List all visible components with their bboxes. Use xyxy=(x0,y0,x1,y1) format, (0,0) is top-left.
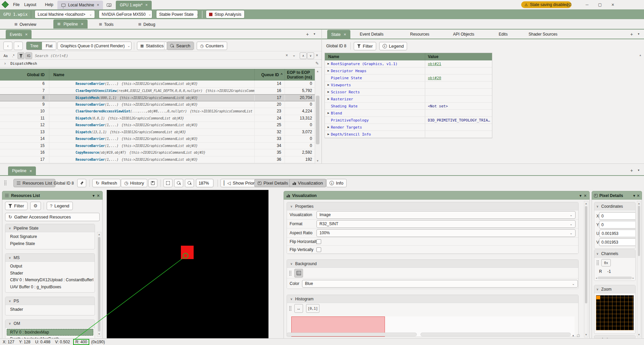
toolbar-grip[interactable] xyxy=(4,180,6,186)
tab-gpu-wpix[interactable]: GPU 1.wpix* × xyxy=(116,1,152,9)
coordinate-input[interactable] xyxy=(599,238,636,246)
tab-events[interactable]: Events × xyxy=(6,30,32,39)
property-dropdown[interactable]: Image⌄ xyxy=(316,211,576,219)
add-tab-icon[interactable]: + xyxy=(630,168,633,173)
find-prev-icon[interactable]: ∧ xyxy=(300,52,307,59)
state-row[interactable]: PrimitiveTopologyD3D_PRIMITIVE_TOPOLOGY_… xyxy=(325,117,492,124)
expand-icon[interactable]: ▶ xyxy=(325,62,331,65)
close-tab-icon[interactable]: × xyxy=(344,32,346,37)
hscrollbar-left[interactable] xyxy=(287,333,417,336)
scroll-down-icon[interactable]: ▼ xyxy=(315,159,320,162)
background-section-header[interactable]: ∨ Background xyxy=(287,260,578,268)
scroll-up-icon[interactable]: ▲ xyxy=(584,202,588,205)
save-button[interactable] xyxy=(148,179,157,187)
scrollbar-thumb[interactable] xyxy=(638,206,640,256)
prev-event-button[interactable]: ‹ xyxy=(3,42,12,50)
resource-item[interactable]: CBV 0 : MemoryDX12Upload : ConstantBuffe… xyxy=(7,277,93,284)
pin-button[interactable] xyxy=(77,179,86,187)
zoom-level-input[interactable] xyxy=(196,179,213,187)
state-legend-button[interactable]: i Legend xyxy=(379,42,407,50)
tab-edits[interactable]: Edits xyxy=(499,32,508,37)
visualization-button[interactable]: Visualization xyxy=(289,179,326,187)
state-row[interactable]: ▶Render Targets xyxy=(325,124,492,131)
scroll-down-icon[interactable]: ▼ xyxy=(584,333,588,336)
coordinate-input[interactable] xyxy=(599,212,636,220)
search-options-icon[interactable]: ⌄ xyxy=(292,53,296,57)
statistics-button[interactable]: ▦ Statistics xyxy=(137,42,167,50)
clear-search-icon[interactable]: × xyxy=(286,53,288,58)
close-panel-icon[interactable]: × xyxy=(584,193,587,198)
add-tab-icon[interactable]: + xyxy=(630,32,633,37)
hscrollbar-right[interactable] xyxy=(420,333,571,336)
event-row[interactable]: 13Dispatch(13,1,1){this->ID3D12GraphicsC… xyxy=(0,129,315,136)
histogram-bounds-button[interactable]: [0,1] xyxy=(306,304,319,313)
event-row[interactable]: 17ResourceBarrier(1,...){this->ID3D12Gra… xyxy=(0,156,315,163)
scroll-up-icon[interactable]: ▲ xyxy=(97,233,101,236)
state-row[interactable]: ▶Viewports xyxy=(325,82,492,89)
resource-item[interactable]: Pipeline State xyxy=(7,240,93,247)
tab-pipeline[interactable]: ⊞ Pipeline × xyxy=(53,19,88,29)
info-button[interactable]: i Info xyxy=(326,179,347,187)
col-name[interactable]: Name xyxy=(49,69,254,81)
tab-shader-sources[interactable]: Shader Sources xyxy=(529,32,557,37)
scrollbar-thumb[interactable] xyxy=(316,96,319,144)
state-row[interactable]: ▶Blend xyxy=(325,110,492,117)
zoom-out-button[interactable] xyxy=(185,179,194,187)
tab-pipeline-bottom[interactable]: Pipeline × xyxy=(8,166,36,175)
event-row[interactable]: 7ClearDepthStencilView(res#4,D3D12_CLEAR… xyxy=(0,88,315,95)
state-row[interactable]: ▶RootSignature (Graphics, v1.1)obj#21 xyxy=(325,60,492,67)
expand-icon[interactable]: ▶ xyxy=(325,69,331,72)
pixel-details-header[interactable]: Pixel Details ▾ × xyxy=(592,191,642,200)
event-row[interactable]: 10ClearUnorderedAccessViewUint(...,...,o… xyxy=(0,108,315,115)
col-value[interactable]: Value xyxy=(425,53,492,60)
channels-section-header[interactable]: ∨ Channels xyxy=(594,250,635,258)
close-tab-icon[interactable]: × xyxy=(30,168,32,174)
event-row[interactable]: 9ResourceBarrier(1,...){this->ID3D12Grap… xyxy=(0,101,315,108)
resources-settings-button[interactable]: ⚙ xyxy=(30,202,41,210)
event-search-input[interactable] xyxy=(35,52,280,59)
scroll-up-icon[interactable]: ▲ xyxy=(639,54,642,57)
zoom-in-button[interactable] xyxy=(174,179,183,187)
pixel-zoom-preview[interactable] xyxy=(596,295,634,330)
event-row[interactable]: 11Dispatch(8,8,1){this->ID3D12GraphicsCo… xyxy=(0,115,315,122)
property-dropdown[interactable]: R32_SINT⌄ xyxy=(316,220,576,228)
tab-overview[interactable]: ⊞ Overview xyxy=(12,20,38,29)
col-name[interactable]: Name xyxy=(325,53,425,60)
state-row[interactable]: Pipeline Stateobj#20 xyxy=(325,75,492,82)
pixel-details-scrollbar[interactable]: ▲ ▼ xyxy=(637,201,641,337)
expand-icon[interactable]: ▶ xyxy=(325,112,331,114)
scrollbar-thumb[interactable] xyxy=(585,206,587,303)
match-case-button[interactable]: Aa xyxy=(2,52,9,59)
close-panel-icon[interactable]: × xyxy=(97,193,100,198)
render-target-viewport[interactable] xyxy=(107,190,268,339)
resources-list-header[interactable]: Resources List ▾ × xyxy=(2,191,103,200)
stop-analysis-button[interactable]: Stop Analysis xyxy=(206,10,245,18)
state-saving-badge[interactable]: ⚠ State saving disabled xyxy=(521,1,572,8)
histogram-range-button[interactable]: ↔ xyxy=(294,304,303,313)
resources-filter-button[interactable]: Filter xyxy=(5,202,28,210)
resource-item[interactable]: UAV Buffer 0 : g_InputBoxes xyxy=(7,284,93,291)
state-filter-button[interactable]: Filter xyxy=(354,42,376,50)
channels-hscrollbar[interactable] xyxy=(598,277,632,279)
next-event-button[interactable]: › xyxy=(14,42,23,50)
zoom-section-header[interactable]: ∨ Zoom xyxy=(594,285,635,293)
refresh-button[interactable]: ↻ Refresh xyxy=(92,179,120,187)
tab-resources[interactable]: Resources xyxy=(410,32,429,37)
expand-icon[interactable]: ▶ xyxy=(325,91,331,93)
expand-icon[interactable]: ▶ xyxy=(325,126,331,129)
edit-pencil-icon[interactable]: ✎ xyxy=(315,61,319,66)
scroll-down-icon[interactable]: ▼ xyxy=(637,333,641,336)
coordinate-input[interactable] xyxy=(599,230,636,237)
show-prior-button[interactable]: ▏◁ Show Prior xyxy=(220,179,258,187)
section-grip[interactable] xyxy=(289,306,291,311)
state-row[interactable]: ▶Depth/Stencil Info xyxy=(325,131,492,138)
collapse-panel-icon[interactable]: ▾ xyxy=(93,193,95,198)
tree-toggle[interactable]: Tree xyxy=(27,42,42,50)
resource-item[interactable]: RTV 0 : boxIndexMap xyxy=(7,329,93,336)
event-row[interactable]: 8DispatchMesh(800,1,1){this->ID3D12Graph… xyxy=(0,94,315,101)
property-checkbox[interactable] xyxy=(316,239,321,244)
close-tab-icon[interactable]: × xyxy=(97,3,99,7)
state-row[interactable]: ▶Descriptor Heaps xyxy=(325,67,492,75)
resource-section-header[interactable]: ∨PS xyxy=(5,297,95,305)
tab-list-icon[interactable]: ▼ xyxy=(637,169,640,172)
